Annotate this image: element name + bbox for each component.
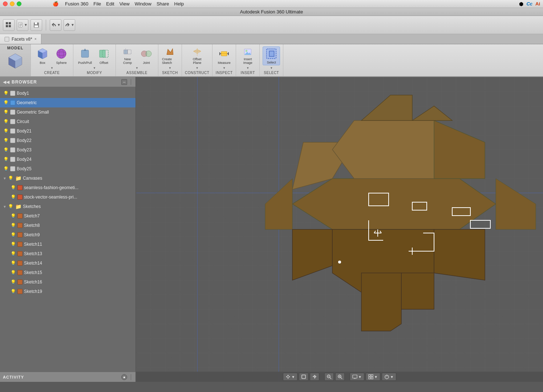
maximize-button[interactable] xyxy=(17,1,21,6)
tree-item-sketch16[interactable]: 💡 Sketch16 xyxy=(0,277,135,287)
svg-marker-74 xyxy=(286,376,287,377)
menu-view[interactable]: View xyxy=(119,1,130,7)
tree-item-body23[interactable]: 💡 Body23 xyxy=(0,145,135,155)
ribbon-btn-sphere[interactable]: Sphere xyxy=(53,46,70,65)
svg-rect-11 xyxy=(5,37,9,41)
inspect-dropdown-arrow[interactable]: ▼ xyxy=(223,66,226,70)
model-label: MODEL xyxy=(7,46,24,50)
ribbon-btn-assemble2[interactable]: Joint xyxy=(138,46,155,65)
save-button[interactable] xyxy=(31,19,42,31)
tree-item-sketch14[interactable]: 💡 Sketch14 xyxy=(0,258,135,268)
create-dropdown-arrow[interactable]: ▼ xyxy=(50,66,53,70)
tree-item-body1[interactable]: 💡 Body1 xyxy=(0,89,135,98)
ribbon-btn-construct[interactable]: Offset Plane xyxy=(189,46,206,65)
redo-button[interactable]: ▼ xyxy=(64,19,75,31)
tree-item-sketch7[interactable]: 💡 Sketch7 xyxy=(0,211,135,221)
visibility-checkbox[interactable] xyxy=(10,128,15,134)
visibility-checkbox[interactable] xyxy=(10,100,15,105)
sketch-dropdown-arrow[interactable]: ▼ xyxy=(169,66,171,70)
tab-facets[interactable]: Facets v8* × xyxy=(0,34,41,44)
svg-marker-53 xyxy=(434,121,485,179)
vp-grid-button[interactable]: ▼ xyxy=(366,373,380,381)
eye-icon: 💡 xyxy=(3,166,9,172)
tree-section-canvases[interactable]: ▼ 💡 📁 Canvases xyxy=(0,173,135,183)
vp-move-button[interactable]: ▼ xyxy=(283,373,297,381)
ribbon-group-select: Select ▼ SELECT xyxy=(260,44,283,76)
minimize-button[interactable] xyxy=(10,1,15,6)
vp-zoom-in-button[interactable] xyxy=(335,373,345,381)
ribbon-btn-box[interactable]: Box xyxy=(34,46,51,65)
vp-viewcube-button[interactable]: ▼ xyxy=(382,373,396,381)
body21-label: Body21 xyxy=(17,128,133,134)
ribbon-btn-sketch-label: Create Sketch xyxy=(162,57,178,65)
visibility-checkbox[interactable] xyxy=(10,157,15,162)
app-title: Autodesk Fusion 360 Ultimate xyxy=(240,9,303,15)
close-button[interactable] xyxy=(3,1,8,6)
tree-item-circuit[interactable]: 💡 Circuit xyxy=(0,117,135,126)
visibility-checkbox[interactable] xyxy=(10,166,15,171)
construct-group-label: CONSTRUCT xyxy=(185,70,209,75)
undo-button[interactable]: ▼ xyxy=(50,19,61,31)
browser-content: 💡 Body1 💡 Geometric 💡 Geometric Small 💡 … xyxy=(0,87,135,372)
tree-item-sketch11[interactable]: 💡 Sketch11 xyxy=(0,240,135,249)
canvas1-label: seamless-fashion-geometi... xyxy=(24,185,133,190)
tree-item-sketch8[interactable]: 💡 Sketch8 xyxy=(0,221,135,230)
vp-pan-button[interactable] xyxy=(310,373,319,381)
sketch7-label: Sketch7 xyxy=(24,213,133,219)
tree-item-geometric[interactable]: 💡 Geometric xyxy=(0,98,135,107)
visibility-checkbox[interactable] xyxy=(10,138,15,143)
menu-window[interactable]: Window xyxy=(135,1,151,7)
viewport[interactable]: ▼ xyxy=(136,77,543,382)
tab-icon xyxy=(4,37,9,42)
vp-home-button[interactable] xyxy=(299,373,308,381)
assemble-dropdown-arrow[interactable]: ▼ xyxy=(135,66,138,70)
svg-marker-57 xyxy=(361,273,401,331)
svg-marker-48 xyxy=(292,179,496,229)
tab-close-button[interactable]: × xyxy=(35,37,37,41)
visibility-checkbox[interactable] xyxy=(10,110,15,115)
tree-item-body21[interactable]: 💡 Body21 xyxy=(0,126,135,136)
file-menu-button[interactable]: ▼ xyxy=(17,19,28,31)
vp-zoom-fit-button[interactable] xyxy=(324,373,334,381)
tree-item-body22[interactable]: 💡 Body22 xyxy=(0,136,135,145)
menu-share[interactable]: Share xyxy=(157,1,169,7)
activity-settings-button[interactable]: ● xyxy=(121,374,127,380)
tree-item-sketch15[interactable]: 💡 Sketch15 xyxy=(0,268,135,277)
ribbon-btn-modify2[interactable]: Offset xyxy=(95,46,113,65)
tree-item-geometric-small[interactable]: 💡 Geometric Small xyxy=(0,107,135,117)
activity-label: ACTIVITY xyxy=(3,375,24,379)
apps-grid-button[interactable] xyxy=(3,19,15,31)
menu-edit[interactable]: Edit xyxy=(106,1,114,7)
construct-dropdown-arrow[interactable]: ▼ xyxy=(196,66,199,70)
tree-item-sketch19[interactable]: 💡 Sketch19 xyxy=(0,287,135,296)
modify-dropdown-arrow[interactable]: ▼ xyxy=(93,66,96,70)
tree-item-body25[interactable]: 💡 Body25 xyxy=(0,164,135,173)
tree-item-body24[interactable]: 💡 Body24 xyxy=(0,155,135,164)
menu-help[interactable]: Help xyxy=(174,1,184,7)
sketches-label: Sketches xyxy=(23,204,133,209)
ribbon-btn-select[interactable]: Select xyxy=(263,46,280,65)
svg-marker-47 xyxy=(270,51,274,56)
ribbon-btn-insert[interactable]: Insert Image xyxy=(239,46,256,65)
tree-item-canvas1[interactable]: 💡 seamless-fashion-geometi... xyxy=(0,183,135,192)
insert-dropdown-arrow[interactable]: ▼ xyxy=(246,66,249,70)
tree-section-sketches[interactable]: ▼ 💡 📁 Sketches xyxy=(0,202,135,211)
ribbon-btn-sketch[interactable]: Create Sketch xyxy=(161,46,179,65)
vp-display-button[interactable]: ▼ xyxy=(350,373,364,381)
model-icon[interactable] xyxy=(4,50,26,70)
ribbon-btn-modify1[interactable]: Push/Pull xyxy=(76,46,94,65)
sketch11-label: Sketch11 xyxy=(24,242,133,247)
tree-item-canvas2[interactable]: 💡 stock-vector-seamless-pri... xyxy=(0,192,135,202)
ribbon-btn-assemble1[interactable]: New Comp xyxy=(119,46,136,65)
browser-collapse-button[interactable]: ◀◀ xyxy=(3,79,9,85)
ribbon-btn-inspect[interactable]: Measure xyxy=(215,46,233,65)
menu-file[interactable]: File xyxy=(93,1,101,7)
browser-options-button[interactable]: – xyxy=(121,79,127,85)
svg-rect-23 xyxy=(81,50,89,57)
tree-item-sketch9[interactable]: 💡 Sketch9 xyxy=(0,230,135,240)
select-dropdown-arrow[interactable]: ▼ xyxy=(270,66,273,70)
tree-item-sketch13[interactable]: 💡 Sketch13 xyxy=(0,249,135,258)
visibility-checkbox[interactable] xyxy=(10,147,15,152)
visibility-checkbox[interactable] xyxy=(10,91,15,96)
visibility-checkbox[interactable] xyxy=(10,119,15,124)
